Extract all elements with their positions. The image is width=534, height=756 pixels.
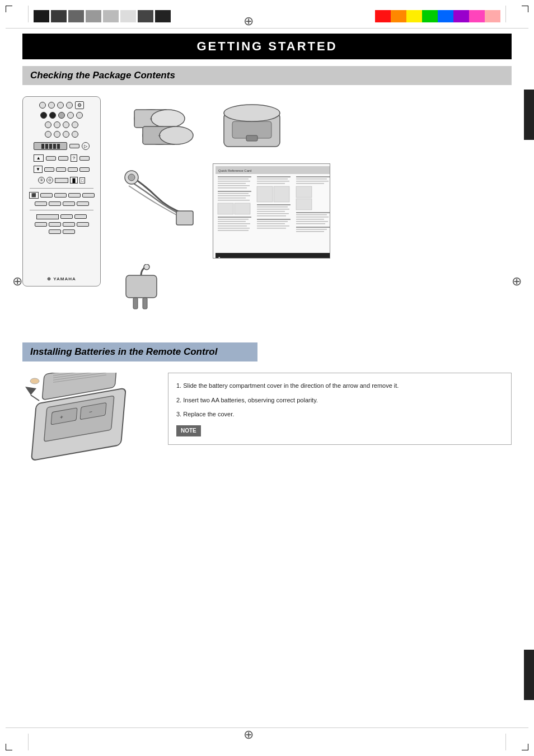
svg-rect-22 [218,187,247,189]
corner-mark-br [522,744,528,750]
remote-btn [57,102,64,109]
svg-rect-50 [257,221,288,222]
ac-adapter-illustration [112,264,179,320]
svg-rect-43 [257,204,291,205]
svg-point-10 [224,105,280,121]
svg-point-83 [30,378,39,384]
svg-rect-29 [235,203,250,214]
reference-card-illustration: Quick Reference Card [213,163,330,259]
instruction-text-box: 1. Slide the battery compartment cover i… [168,373,512,445]
svg-rect-38 [257,179,288,180]
svg-rect-51 [257,223,285,224]
svg-rect-48 [257,215,286,217]
svg-rect-18 [218,179,249,180]
svg-rect-58 [296,186,312,198]
cables-svg [112,163,202,231]
svg-rect-36 [218,230,249,231]
svg-rect-46 [257,211,285,212]
svg-point-14 [128,174,135,181]
package-contents-header: Checking the Package Contents [22,66,512,85]
svg-rect-66 [296,227,330,228]
crosshair-left: ⊕ [12,274,22,289]
svg-rect-45 [257,209,289,210]
remote-btn [40,112,47,119]
remote-btn [45,131,51,138]
installing-batteries-label: Installing Batteries in the Remote Contr… [30,346,217,357]
svg-text:Quick Reference Card: Quick Reference Card [218,169,251,172]
crosshair-bottom: ⊕ [243,727,254,742]
instruction-line-3: 3. Replace the cover. [176,410,503,420]
svg-rect-72 [133,298,138,309]
svg-rect-65 [296,223,325,224]
svg-point-2 [151,110,185,128]
svg-text:■: ■ [218,256,220,259]
remote-display [34,142,67,150]
page-content: GETTING STARTED Checking the Package Con… [22,34,512,722]
svg-text:−: − [89,408,93,415]
svg-rect-57 [296,183,324,184]
batteries-illustration: + + [112,96,202,158]
page-line-right-top [505,6,506,22]
dock-svg [213,96,291,158]
svg-rect-41 [257,186,273,202]
battery-compartment-illustration: + − [22,373,151,473]
remote-btn [54,131,60,138]
installing-batteries-content: + − [22,373,512,473]
getting-started-title: GETTING STARTED [196,39,337,53]
page-line-top [6,28,528,29]
color-bar-left [34,10,171,22]
installing-batteries-section: Installing Batteries in the Remote Contr… [22,342,512,473]
ref-card-svg: Quick Reference Card [216,166,330,259]
svg-rect-21 [218,185,250,186]
svg-rect-24 [218,193,249,194]
getting-started-header: GETTING STARTED [22,34,512,59]
svg-rect-26 [218,198,246,199]
svg-rect-12 [176,211,193,225]
svg-rect-27 [218,200,250,201]
svg-rect-52 [257,226,289,227]
svg-rect-28 [218,203,233,214]
svg-rect-35 [218,228,250,229]
svg-rect-67 [296,229,327,230]
svg-rect-62 [296,217,329,218]
remote-btn [54,121,60,128]
svg-rect-33 [218,223,250,224]
svg-rect-59 [296,199,312,210]
svg-rect-37 [257,176,291,177]
svg-rect-44 [257,206,288,208]
svg-rect-60 [296,212,330,213]
remote-btn [69,144,79,148]
side-tab-bottom [524,650,534,700]
cables-illustration [112,163,202,231]
svg-rect-42 [274,186,289,202]
package-contents-area: ⚙ [22,91,512,326]
remote-btn [63,131,69,138]
svg-rect-64 [296,221,328,222]
batteries-svg: + + [112,96,202,158]
svg-rect-31 [218,219,249,220]
page-line-right-bottom [505,734,506,750]
yamaha-logo: ⊕ YAMAHA [47,276,76,281]
package-contents-label: Checking the Package Contents [30,70,175,81]
svg-rect-30 [218,217,251,218]
ac-adapter-svg [112,264,179,320]
instruction-line-1: 1. Slide the battery compartment cover i… [176,381,503,391]
note-badge: NOTE [176,425,201,436]
svg-rect-11 [246,135,257,141]
svg-rect-61 [296,214,327,215]
svg-text:+: + [158,133,161,139]
remote-btn [63,121,69,128]
crosshair-top: ⊕ [243,14,254,29]
svg-point-74 [144,264,149,270]
svg-rect-73 [143,298,147,309]
corner-mark-tl [6,6,12,12]
crosshair-right: ⊕ [512,274,522,289]
dock-illustration [213,96,291,158]
svg-rect-47 [257,213,289,214]
svg-rect-68 [296,231,324,232]
svg-rect-32 [218,221,246,222]
page-line-left-bottom [28,734,29,750]
page-line-left-top [28,6,29,22]
side-tab-top [524,90,534,140]
remote-btn [49,112,56,119]
